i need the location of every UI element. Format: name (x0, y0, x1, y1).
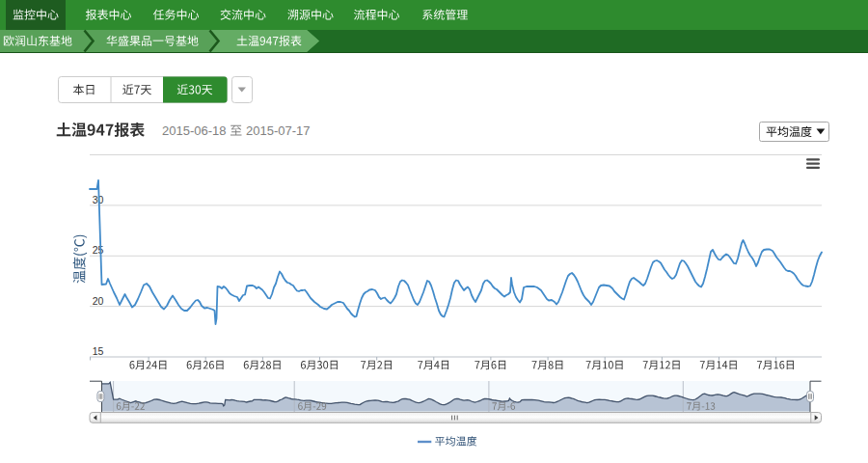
svg-text:25: 25 (93, 244, 104, 256)
svg-text:20: 20 (93, 295, 104, 307)
svg-text:15: 15 (93, 345, 104, 357)
svg-text:2015-07-17: 2015-07-17 (246, 123, 311, 138)
svg-text:2015-06-18: 2015-06-18 (162, 123, 227, 138)
